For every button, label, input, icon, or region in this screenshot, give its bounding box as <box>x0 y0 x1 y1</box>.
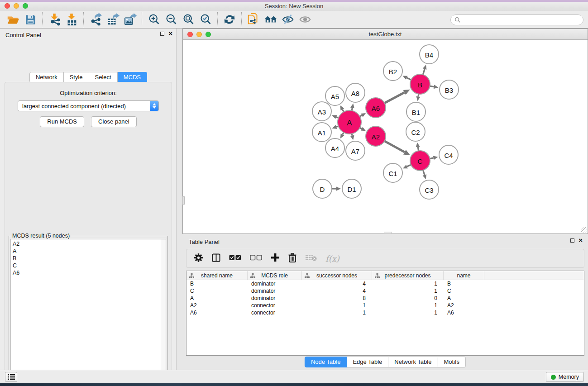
float-panel-icon[interactable] <box>160 32 164 36</box>
graph-edge-C-C2[interactable] <box>418 147 418 151</box>
result-item[interactable]: A6 <box>13 269 166 276</box>
graph-edge-arrowhead <box>423 65 427 70</box>
tab-style[interactable]: Style <box>64 72 89 83</box>
graph-edge-C-C1[interactable] <box>407 165 411 167</box>
refresh-button[interactable] <box>221 12 238 27</box>
graph-edge-B-B2[interactable] <box>407 78 411 80</box>
graph-node-label-A1: A1 <box>318 129 326 137</box>
result-item[interactable]: C <box>13 262 166 269</box>
import-network-button[interactable] <box>46 12 63 27</box>
column-header-name[interactable]: name <box>444 271 484 280</box>
zoom-fit-button[interactable] <box>180 12 197 27</box>
splitter-grip[interactable] <box>384 232 392 234</box>
memory-button[interactable]: Memory <box>546 372 584 382</box>
mcds-result-list[interactable]: A2 A B C A6 <box>10 239 166 386</box>
tab-select[interactable]: Select <box>89 72 118 83</box>
toolbar-separator <box>42 12 43 27</box>
result-item[interactable]: A <box>13 248 166 255</box>
zoom-selected-button[interactable] <box>197 12 214 27</box>
graph-node-label-B2: B2 <box>389 68 397 76</box>
table-options-button[interactable] <box>194 253 203 264</box>
graph-node-label-B1: B1 <box>412 109 420 116</box>
delete-columns-button[interactable] <box>288 253 296 264</box>
network-canvas[interactable]: AA1A2A3A4A5A6A7A8BB1B2B3B4CC1C2C3C4DD1 <box>183 40 588 233</box>
memory-label: Memory <box>559 374 579 380</box>
graph-edge-C-C3[interactable] <box>423 170 425 175</box>
export-image-button[interactable] <box>121 12 139 27</box>
zoom-out-button[interactable] <box>163 12 180 27</box>
tab-edge-table[interactable]: Edge Table <box>347 357 388 367</box>
graph-edge-arrowhead <box>433 156 438 160</box>
graph-edge-B-B3[interactable] <box>430 86 434 87</box>
graph-edge-arrowhead <box>350 135 354 140</box>
tab-mcds[interactable]: MCDS <box>118 72 147 83</box>
column-header-mcds-role[interactable]: MCDS role <box>248 271 302 280</box>
zoom-selected-icon <box>199 13 212 26</box>
import-table-button[interactable] <box>63 12 80 27</box>
graph-edge-B-B4[interactable] <box>423 69 425 75</box>
task-history-button[interactable] <box>5 372 17 382</box>
table-row[interactable]: A6 connector 1 1 A6 <box>186 309 584 316</box>
result-scrollbar[interactable] <box>161 239 166 386</box>
run-mcds-button[interactable]: Run MCDS <box>40 116 84 127</box>
column-header-shared-name[interactable]: shared name <box>186 271 248 280</box>
show-eye-icon <box>298 13 312 26</box>
tab-node-table[interactable]: Node Table <box>305 357 347 367</box>
column-header-successor-nodes[interactable]: successor nodes <box>302 271 372 280</box>
function-builder-button[interactable]: f(x) <box>325 254 339 263</box>
zoom-in-button[interactable] <box>145 12 163 27</box>
new-network-from-selection-button[interactable] <box>245 12 262 27</box>
export-network-button[interactable] <box>87 12 104 27</box>
show-columns-button[interactable] <box>212 253 220 264</box>
graph-edge-arrowhead <box>336 187 341 191</box>
close-panel-button[interactable]: Close panel <box>91 116 137 127</box>
splitter-grip[interactable] <box>182 196 185 205</box>
search-icon <box>454 17 461 23</box>
float-panel-icon[interactable] <box>570 238 574 243</box>
open-file-button[interactable] <box>5 12 22 27</box>
criterion-select[interactable]: largest connected component (directed) <box>18 100 159 111</box>
network-graph[interactable]: AA1A2A3A4A5A6A7A8BB1B2B3B4CC1C2C3C4DD1 <box>183 40 588 233</box>
close-panel-icon[interactable]: × <box>168 31 172 36</box>
export-table-button[interactable] <box>104 12 121 27</box>
result-item[interactable]: A2 <box>13 240 166 248</box>
result-item[interactable]: B <box>13 255 166 262</box>
delete-table-button[interactable] <box>305 254 317 263</box>
plus-icon <box>271 253 280 262</box>
first-neighbors-button[interactable] <box>262 12 279 27</box>
graph-edge-C-C4[interactable] <box>430 158 434 159</box>
select-all-columns-button[interactable] <box>229 254 241 262</box>
trash-icon <box>288 253 296 262</box>
network-window-titlebar[interactable]: testGlobe.txt <box>183 29 588 40</box>
tab-network[interactable]: Network <box>29 72 64 83</box>
table-tabs: Node Table Edge Table Network Table Moti… <box>305 357 466 367</box>
create-column-button[interactable] <box>271 253 280 264</box>
graph-node-label-C: C <box>418 157 423 165</box>
tab-motifs[interactable]: Motifs <box>438 357 466 367</box>
graph-node-label-A2: A2 <box>372 133 380 141</box>
select-stepper-icon <box>150 101 158 111</box>
refresh-icon <box>223 13 236 26</box>
table-row[interactable]: A2 connector 1 1 A2 <box>186 302 584 309</box>
table-panel-title: Table Panel <box>189 238 220 245</box>
graph-edge-A6-B[interactable] <box>384 92 404 103</box>
column-type-icon <box>375 273 380 278</box>
save-session-button[interactable] <box>22 12 39 27</box>
table-row[interactable]: A dominator 8 0 A <box>186 295 584 302</box>
zoom-out-icon <box>165 13 178 26</box>
close-panel-icon[interactable]: × <box>578 238 583 243</box>
gear-icon <box>194 253 203 262</box>
table-row[interactable]: B dominator 4 1 B <box>186 280 584 287</box>
graph-edge-arrowhead <box>332 125 337 129</box>
column-header-predecessor-nodes[interactable]: predecessor nodes <box>372 271 444 280</box>
table-row[interactable]: C dominator 4 1 C <box>186 287 584 295</box>
show-all-button[interactable] <box>296 12 314 27</box>
mcds-result-box: MCDS result (5 nodes) A2 A B C A6 <box>9 236 168 386</box>
graph-edge-arrowhead <box>434 85 439 89</box>
search-input[interactable] <box>450 14 583 25</box>
hide-selected-button[interactable] <box>279 12 296 27</box>
resize-grip[interactable] <box>581 227 587 233</box>
graph-edge-A2-C[interactable] <box>384 141 405 152</box>
tab-network-table[interactable]: Network Table <box>388 357 438 367</box>
deselect-all-columns-button[interactable] <box>250 254 262 262</box>
